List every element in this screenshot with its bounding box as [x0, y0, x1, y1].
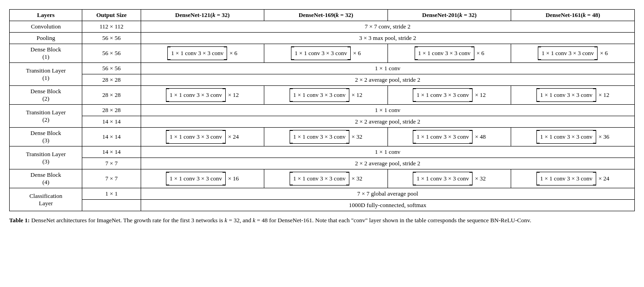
dense-block-cell: 1 × 1 conv 3 × 3 conv × 32: [388, 169, 511, 188]
layer-cell: Dense Block(4): [10, 169, 82, 188]
dense-block-cell: 1 × 1 conv 3 × 3 conv × 36: [511, 128, 635, 146]
dense-block-cell: 1 × 1 conv 3 × 3 conv × 6: [388, 44, 511, 63]
dense-block-cell: 1 × 1 conv 3 × 3 conv × 16: [141, 169, 264, 188]
table-container: Layers Output Size DenseNet-121(k = 32) …: [9, 9, 635, 211]
span-cell: 2 × 2 average pool, stride 2: [141, 158, 634, 169]
output-cell: 56 × 56: [82, 44, 141, 63]
dense-block-cell: 1 × 1 conv 3 × 3 conv × 6: [511, 44, 635, 63]
output-cell: 7 × 7: [82, 169, 141, 188]
span-cell: 2 × 2 average pool, stride 2: [141, 116, 634, 128]
table-row: ClassificationLayer 1 × 1 7 × 7 global a…: [10, 188, 635, 200]
output-cell: 28 × 28: [82, 86, 141, 105]
table-row: Transition Layer(3) 14 × 14 1 × 1 conv: [10, 146, 635, 158]
table-row: Pooling 56 × 56 3 × 3 max pool, stride 2: [10, 33, 635, 44]
caption-text: DenseNet architectures for ImageNet. The…: [31, 217, 531, 224]
table-row: 7 × 7 2 × 2 average pool, stride 2: [10, 158, 635, 169]
output-cell: 14 × 14: [82, 128, 141, 146]
span-cell: 1 × 1 conv: [141, 105, 634, 116]
dense-block-cell: 1 × 1 conv 3 × 3 conv × 6: [264, 44, 388, 63]
col-densenet201-header: DenseNet-201(k = 32): [388, 10, 511, 21]
dense-block-cell: 1 × 1 conv 3 × 3 conv × 12: [264, 86, 388, 105]
span-cell: 1 × 1 conv: [141, 146, 634, 158]
col-layers-header: Layers: [10, 10, 82, 21]
dense-block-cell: 1 × 1 conv 3 × 3 conv × 48: [388, 128, 511, 146]
span-cell: 2 × 2 average pool, stride 2: [141, 74, 634, 86]
col-densenet121-header: DenseNet-121(k = 32): [141, 10, 264, 21]
dense-block-cell: 1 × 1 conv 3 × 3 conv × 24: [511, 169, 635, 188]
layer-cell: ClassificationLayer: [10, 188, 82, 211]
output-cell: 14 × 14: [82, 116, 141, 128]
table-row: Dense Block(2) 28 × 28 1 × 1 conv 3 × 3 …: [10, 86, 635, 105]
layer-cell: Transition Layer(3): [10, 146, 82, 169]
layer-cell: Transition Layer(1): [10, 63, 82, 86]
layer-cell: Convolution: [10, 21, 82, 33]
table-row: 14 × 14 2 × 2 average pool, stride 2: [10, 116, 635, 128]
output-cell: 56 × 56: [82, 63, 141, 74]
span-cell: 3 × 3 max pool, stride 2: [141, 33, 634, 44]
dense-block-cell: 1 × 1 conv 3 × 3 conv × 6: [141, 44, 264, 63]
layer-cell: Dense Block(1): [10, 44, 82, 63]
dense-block-cell: 1 × 1 conv 3 × 3 conv × 12: [388, 86, 511, 105]
col-densenet161-header: DenseNet-161(k = 48): [511, 10, 635, 21]
dense-block-cell: 1 × 1 conv 3 × 3 conv × 12: [511, 86, 635, 105]
table-row: Dense Block(1) 56 × 56 1 × 1 conv 3 × 3 …: [10, 44, 635, 63]
output-cell: 28 × 28: [82, 105, 141, 116]
dense-block-cell: 1 × 1 conv 3 × 3 conv × 32: [264, 169, 388, 188]
output-cell: 112 × 112: [82, 21, 141, 33]
layer-cell: Dense Block(2): [10, 86, 82, 105]
table-row: Dense Block(3) 14 × 14 1 × 1 conv 3 × 3 …: [10, 128, 635, 146]
col-densenet169-header: DenseNet-169(k = 32): [264, 10, 388, 21]
output-cell: 56 × 56: [82, 33, 141, 44]
output-cell: 7 × 7: [82, 158, 141, 169]
table-row: Transition Layer(1) 56 × 56 1 × 1 conv: [10, 63, 635, 74]
output-cell: [82, 200, 141, 211]
table-row: Convolution 112 × 112 7 × 7 conv, stride…: [10, 21, 635, 33]
table-row: Transition Layer(2) 28 × 28 1 × 1 conv: [10, 105, 635, 116]
span-cell: 7 × 7 global average pool: [141, 188, 634, 200]
span-cell: 1000D fully-connected, softmax: [141, 200, 634, 211]
table-label: Table 1:: [9, 217, 30, 224]
densenet-table: Layers Output Size DenseNet-121(k = 32) …: [9, 9, 635, 211]
dense-block-cell: 1 × 1 conv 3 × 3 conv × 24: [141, 128, 264, 146]
layer-cell: Pooling: [10, 33, 82, 44]
span-cell: 1 × 1 conv: [141, 63, 634, 74]
col-output-header: Output Size: [82, 10, 141, 21]
output-cell: 1 × 1: [82, 188, 141, 200]
layer-cell: Transition Layer(2): [10, 105, 82, 128]
table-row: 28 × 28 2 × 2 average pool, stride 2: [10, 74, 635, 86]
table-row: Dense Block(4) 7 × 7 1 × 1 conv 3 × 3 co…: [10, 169, 635, 188]
dense-block-cell: 1 × 1 conv 3 × 3 conv × 12: [141, 86, 264, 105]
table-row: 1000D fully-connected, softmax: [10, 200, 635, 211]
output-cell: 14 × 14: [82, 146, 141, 158]
dense-block-cell: 1 × 1 conv 3 × 3 conv × 32: [264, 128, 388, 146]
table-caption: Table 1: DenseNet architectures for Imag…: [9, 216, 634, 225]
span-cell: 7 × 7 conv, stride 2: [141, 21, 634, 33]
layer-cell: Dense Block(3): [10, 128, 82, 146]
output-cell: 28 × 28: [82, 74, 141, 86]
